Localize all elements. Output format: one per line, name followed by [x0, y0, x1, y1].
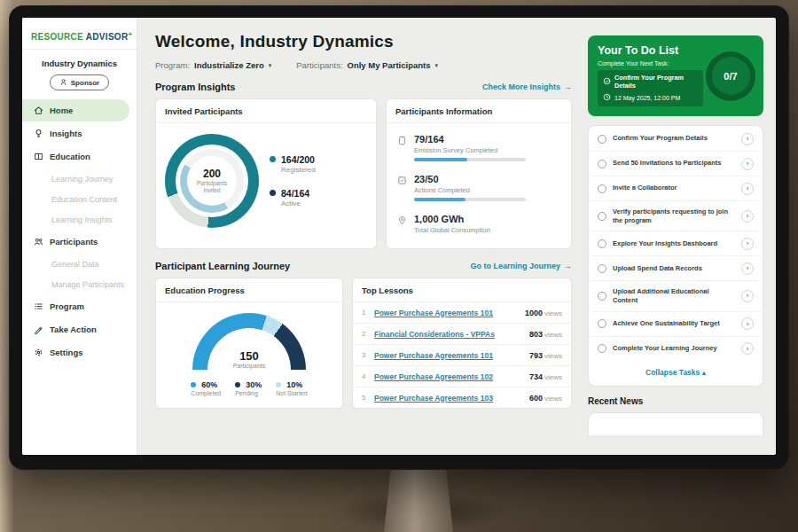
next-task-label: Confirm Your Program Details [614, 74, 698, 90]
lesson-link[interactable]: Power Purchase Agreements 103 [374, 394, 524, 403]
task-row[interactable]: Complete Your Learning Journey › [591, 337, 761, 361]
sidebar-item-education[interactable]: Education [22, 145, 129, 168]
stat-actions-completed: 23/50 Actions Completed [397, 168, 560, 207]
sidebar: RESOURCE ADVISOR+ Industry Dynamics Spon… [22, 18, 137, 455]
chevron-down-icon: ▾ [435, 62, 439, 69]
arrow-right-icon: → [564, 82, 572, 91]
task-row[interactable]: Upload Additional Educational Content › [591, 281, 761, 311]
todo-summary-card: Your To Do List Complete Your Next Task:… [588, 35, 763, 116]
lesson-row: 2 Financial Considerations - VPPAs 803vi… [353, 324, 571, 345]
chevron-right-icon[interactable]: › [741, 317, 754, 330]
task-checkbox[interactable] [598, 264, 606, 273]
task-checkbox[interactable] [598, 319, 606, 328]
lesson-link[interactable]: Financial Considerations - VPPAs [374, 330, 524, 339]
participants-select[interactable]: Participants: Only My Participants ▾ [296, 60, 438, 70]
lesson-link[interactable]: Power Purchase Agreements 102 [374, 372, 524, 381]
legend-label: Active [281, 200, 309, 207]
task-label: Achieve One Sustainability Target [613, 319, 735, 328]
participants-information-card: Participants Information 79/164 Emission… [386, 98, 572, 249]
location-pin-icon [397, 215, 407, 238]
task-checkbox[interactable] [598, 292, 606, 301]
section-title: Participant Learning Journey [155, 261, 290, 271]
sidebar-item-learning-insights[interactable]: Learning Insights [22, 209, 137, 230]
task-checkbox[interactable] [598, 135, 606, 144]
chevron-up-icon: ▴ [702, 368, 706, 377]
home-icon [34, 106, 43, 115]
sidebar-item-settings[interactable]: Settings [22, 341, 129, 364]
task-checkbox[interactable] [598, 160, 606, 168]
todo-panel: Your To Do List Complete Your Next Task:… [583, 18, 776, 455]
sidebar-item-home[interactable]: Home [22, 99, 129, 121]
task-checkbox[interactable] [598, 212, 606, 221]
chevron-right-icon[interactable]: › [741, 290, 754, 302]
task-label: Confirm Your Program Details [613, 134, 735, 143]
sidebar-subitem-label: Manage Participants [51, 280, 124, 289]
sidebar-item-education-content[interactable]: Education Content [22, 189, 137, 209]
legend-item-completed: 60% Completed [191, 380, 221, 396]
sidebar-item-take-action[interactable]: Take Action [22, 318, 129, 340]
collapse-tasks-button[interactable]: Collapse Tasks ▴ [591, 361, 761, 385]
task-checkbox[interactable] [598, 344, 606, 353]
sidebar-item-participants[interactable]: Participants [22, 231, 129, 253]
chevron-right-icon[interactable]: › [741, 158, 754, 170]
sidebar-item-general-data[interactable]: General Data [22, 254, 137, 274]
sidebar-item-program[interactable]: Program [22, 295, 129, 317]
check-more-insights-link[interactable]: Check More Insights → [482, 82, 572, 91]
task-checkbox[interactable] [598, 184, 606, 193]
task-row[interactable]: Achieve One Sustainability Target › [591, 312, 761, 337]
sponsor-badge-label: Sponsor [71, 79, 99, 87]
lesson-row: 1 Power Purchase Agreements 101 1000view… [353, 302, 571, 324]
task-checkbox[interactable] [598, 239, 606, 248]
invited-donut-chart: 200 Participants Invited [165, 134, 259, 228]
education-legend: 60% Completed 30% Pending 10% Not Starte… [191, 380, 307, 396]
task-row[interactable]: Invite a Collaborator › [591, 176, 761, 201]
program-select[interactable]: Program: Industrialize Zero ▾ [155, 60, 271, 70]
checklist-icon [397, 176, 407, 201]
donut-center: 200 Participants Invited [187, 156, 237, 206]
stat-value: 79/164 [414, 134, 526, 145]
progress-bar [414, 198, 526, 201]
chevron-right-icon[interactable]: › [741, 133, 754, 145]
chevron-right-icon[interactable]: › [741, 238, 754, 250]
filter-bar: Program: Industrialize Zero ▾ Participan… [155, 60, 572, 70]
pencil-icon [34, 325, 43, 334]
lesson-link[interactable]: Power Purchase Agreements 101 [374, 309, 520, 317]
progress-bar [414, 158, 526, 161]
todo-title: Your To Do List [598, 44, 703, 57]
chevron-right-icon[interactable]: › [741, 342, 754, 355]
task-label: Invite a Collaborator [613, 184, 735, 192]
arrow-right-icon: → [564, 262, 572, 270]
lightbulb-icon [34, 129, 43, 138]
card-title: Top Lessons [353, 278, 571, 302]
lesson-link[interactable]: Power Purchase Agreements 101 [374, 351, 524, 360]
task-row[interactable]: Verify participants requesting to join t… [591, 201, 761, 231]
lesson-views-value: 1000 [525, 309, 543, 317]
go-to-learning-journey-link[interactable]: Go to Learning Journey → [470, 262, 572, 270]
lesson-rank: 4 [362, 372, 369, 380]
sidebar-item-learning-journey[interactable]: Learning Journey [22, 168, 137, 189]
task-row[interactable]: Explore Your Insights Dashboard › [591, 231, 761, 256]
program-select-label: Program: [155, 60, 190, 70]
progress-bar-fill [414, 158, 467, 161]
participants-select-value: Only My Participants [348, 60, 431, 70]
section-title: Program Insights [155, 82, 235, 92]
lesson-views-unit: views [544, 373, 562, 381]
chevron-right-icon[interactable]: › [741, 183, 754, 195]
chevron-right-icon[interactable]: › [741, 262, 754, 275]
task-label: Complete Your Learning Journey [613, 344, 735, 353]
task-row[interactable]: Upload Spend Data Records › [591, 256, 761, 281]
sidebar-item-label: Settings [50, 348, 82, 357]
todo-progress-ring: 0/7 [706, 51, 755, 101]
chevron-down-icon: ▾ [269, 62, 272, 69]
sidebar-item-insights[interactable]: Insights [22, 122, 129, 145]
top-lessons-card: Top Lessons 1 Power Purchase Agreements … [352, 278, 572, 409]
chevron-right-icon[interactable]: › [741, 210, 754, 223]
legend-label: Pending [235, 390, 262, 396]
legend-value: 84/164 [281, 188, 309, 199]
sidebar-item-manage-participants[interactable]: Manage Participants [22, 274, 137, 294]
sidebar-item-label: Take Action [50, 325, 97, 334]
gauge-center-value: 150 [192, 349, 306, 363]
task-row[interactable]: Confirm Your Program Details › [591, 127, 761, 152]
task-row[interactable]: Send 50 Invitations to Participants › [591, 152, 761, 176]
lesson-rank: 2 [362, 330, 369, 338]
